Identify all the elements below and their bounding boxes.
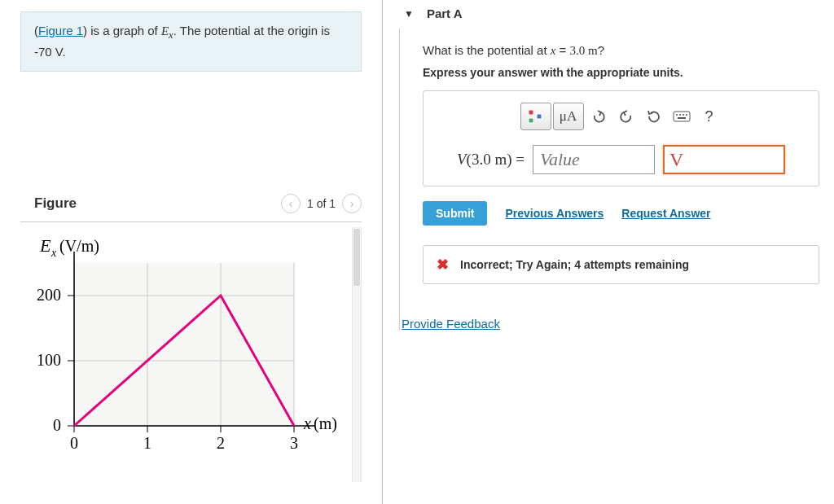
svg-text:(m): (m): [314, 414, 336, 433]
ex-chart: E x (V/m) x (m) 0 100 200 0 1 2 3: [27, 235, 336, 471]
figure-prev-button[interactable]: ‹: [281, 194, 301, 213]
lbl-V: V: [457, 151, 467, 168]
svg-rect-31: [537, 114, 542, 119]
problem-statement: (Figure 1) is a graph of Ex. The potenti…: [20, 11, 362, 72]
submit-button[interactable]: Submit: [423, 201, 487, 226]
submit-row: Submit Previous Answers Request Answer: [423, 201, 819, 226]
svg-text:E: E: [39, 235, 51, 256]
figure-link[interactable]: Figure 1: [38, 24, 83, 37]
answer-toolbar: μA ?: [520, 103, 722, 130]
value-input[interactable]: [533, 145, 655, 174]
svg-rect-0: [74, 263, 294, 426]
help-button[interactable]: ?: [696, 103, 722, 130]
potential-value: -70 V: [34, 45, 62, 59]
svg-text:x: x: [50, 247, 57, 259]
svg-text:100: 100: [37, 351, 61, 369]
units-button[interactable]: μA: [553, 103, 584, 130]
feedback-message: Incorrect; Try Again; 4 attempts remaini…: [460, 258, 689, 271]
figure-scrollbar-thumb[interactable]: [353, 229, 360, 286]
right-panel: ▼ Part A What is the potential at x = 3.…: [383, 0, 834, 504]
answer-label: V(3.0 m) =: [457, 151, 525, 169]
svg-text:x: x: [303, 414, 311, 432]
mu-label: μA: [560, 108, 577, 125]
figure-scrollbar[interactable]: [352, 227, 362, 482]
provide-feedback-link[interactable]: Provide Feedback: [402, 317, 500, 331]
unit-input[interactable]: [663, 145, 785, 174]
svg-rect-29: [529, 110, 533, 115]
template-icon: [527, 108, 545, 125]
caret-down-icon: ▼: [404, 8, 414, 20]
figure-nav-position: 1 of 1: [307, 197, 336, 210]
svg-rect-37: [678, 117, 686, 119]
svg-point-34: [679, 114, 681, 116]
figure-divider: [20, 221, 362, 222]
figure-next-button[interactable]: ›: [342, 194, 362, 213]
svg-point-35: [683, 114, 684, 116]
svg-text:(V/m): (V/m): [59, 237, 99, 256]
keyboard-icon: [673, 111, 691, 122]
previous-answers-link[interactable]: Previous Answers: [505, 207, 604, 220]
redo-icon: [619, 109, 634, 124]
reset-icon: [647, 109, 661, 124]
q-post: ?: [598, 43, 604, 57]
lbl-eq: =: [512, 151, 525, 168]
svg-text:1: 1: [143, 434, 151, 452]
ps-end: .: [62, 45, 65, 59]
part-label: Part A: [427, 7, 463, 20]
redo-button[interactable]: [613, 103, 639, 130]
reset-button[interactable]: [641, 103, 667, 130]
ex-e: E: [161, 24, 169, 37]
svg-text:3: 3: [290, 434, 298, 452]
svg-rect-32: [674, 112, 690, 121]
svg-rect-30: [529, 118, 533, 123]
svg-text:0: 0: [70, 434, 78, 452]
q-pre: What is the potential at: [423, 43, 551, 57]
part-body: What is the potential at x = 3.0 m? Expr…: [399, 28, 834, 331]
figure-nav: ‹ 1 of 1 ›: [281, 194, 362, 213]
lbl-arg: 3.0 m: [472, 151, 507, 168]
svg-point-33: [676, 114, 678, 116]
figure-heading: Figure: [34, 195, 77, 212]
keyboard-button[interactable]: [669, 103, 695, 130]
q-eq: =: [555, 43, 569, 57]
svg-text:200: 200: [37, 286, 61, 304]
answer-box: μA ? V(3.: [423, 90, 819, 186]
request-answer-link[interactable]: Request Answer: [621, 207, 710, 220]
left-panel: (Figure 1) is a graph of Ex. The potenti…: [0, 0, 383, 504]
figure-header: Figure ‹ 1 of 1 ›: [0, 186, 382, 218]
templates-button[interactable]: [520, 103, 551, 130]
q-val: 3.0 m: [570, 44, 598, 57]
svg-text:2: 2: [217, 434, 225, 452]
question-text: What is the potential at x = 3.0 m?: [423, 43, 819, 58]
undo-button[interactable]: [586, 103, 612, 130]
undo-icon: [591, 109, 606, 124]
ps-mid: ) is a graph of: [83, 24, 161, 37]
answer-line: V(3.0 m) =: [435, 145, 807, 174]
incorrect-icon: ✖: [437, 256, 449, 274]
figure-area: E x (V/m) x (m) 0 100 200 0 1 2 3: [20, 227, 362, 482]
svg-text:0: 0: [53, 416, 61, 434]
part-header[interactable]: ▼ Part A: [397, 0, 834, 28]
ps-after: . The potential at the origin is: [173, 24, 330, 37]
feedback-box: ✖ Incorrect; Try Again; 4 attempts remai…: [423, 245, 819, 284]
svg-point-36: [686, 114, 687, 116]
instruction-text: Express your answer with the appropriate…: [423, 66, 819, 79]
